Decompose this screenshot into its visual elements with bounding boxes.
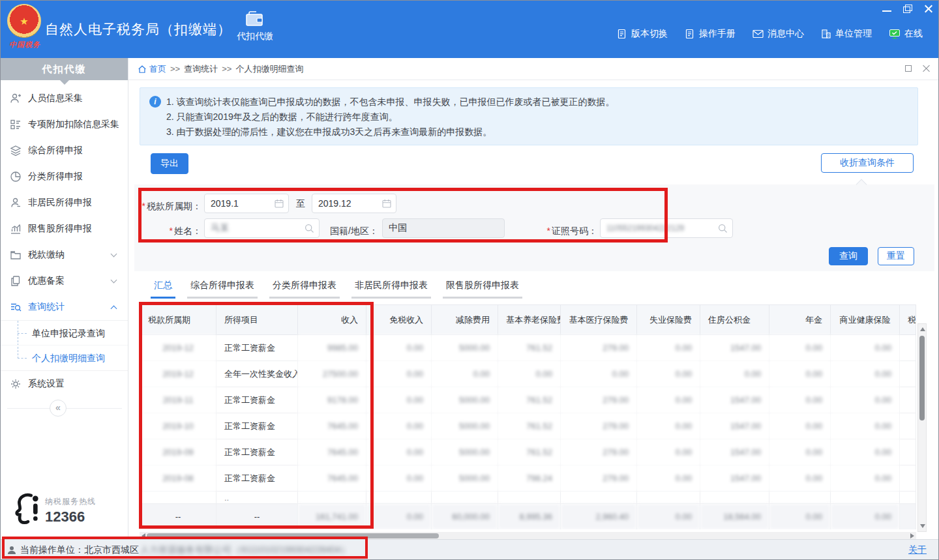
sidebar-subitem-unit-declaration-query[interactable]: 单位申报记录查询 xyxy=(1,321,128,346)
sidebar-item-label: 分类所得申报 xyxy=(28,171,83,183)
brand-text: 中国税务 xyxy=(6,40,44,50)
table-cell: 9178.00 xyxy=(298,387,366,413)
vertical-scrollbar-thumb[interactable] xyxy=(919,336,925,420)
table-cell xyxy=(900,413,916,439)
name-label-text: 姓名： xyxy=(174,226,201,236)
tab-classified-income[interactable]: 分类所得申报表 xyxy=(269,280,340,299)
tab-nonresident-income[interactable]: 非居民所得申报表 xyxy=(351,280,431,299)
table-cell: 0.00 xyxy=(831,465,900,492)
period-from-input[interactable]: 2019.1 xyxy=(204,194,289,213)
name-input[interactable]: 马某 xyxy=(204,218,320,238)
sidebar-item-person-collect[interactable]: 人员信息采集 xyxy=(1,85,128,111)
collapse-query-button[interactable]: 收折查询条件 xyxy=(821,153,914,173)
sidebar-item-system-settings[interactable]: 系统设置 xyxy=(1,371,128,397)
sidebar-collapse-button[interactable]: « xyxy=(50,400,67,417)
table-cell: 0.00 xyxy=(769,387,831,413)
tab-comprehensive-income[interactable]: 综合所得申报表 xyxy=(187,280,258,299)
menu-item-online-status[interactable]: 在线 xyxy=(889,28,923,40)
pane-maximize-icon[interactable] xyxy=(904,65,912,72)
table-cell: 0.00 xyxy=(561,361,637,387)
pane-close-icon[interactable] xyxy=(923,65,931,72)
table-cell xyxy=(700,492,769,504)
period-to-value: 2019.12 xyxy=(318,198,351,209)
table-cell xyxy=(900,387,916,413)
table-cell: 761.52 xyxy=(498,439,561,465)
table-cell: 0.00 xyxy=(498,361,561,387)
sidebar-nav: 人员信息采集 专项附加扣除信息采集 综合所得申报 分类所得申报 xyxy=(1,80,128,397)
table-cell: 7645.00 xyxy=(298,413,366,439)
export-button[interactable]: 导出 xyxy=(151,153,188,174)
sidebar-item-classified-income[interactable]: 分类所得申报 xyxy=(1,164,128,190)
table-cell: 0.00 xyxy=(366,439,432,465)
user-icon xyxy=(7,546,16,555)
horizontal-scrollbar-thumb[interactable] xyxy=(147,533,439,538)
sidebar-item-preferential-filing[interactable]: 优惠备案 xyxy=(1,268,128,294)
column-header: 商业健康保险 xyxy=(831,305,900,335)
id-number-input[interactable]: 110552199304222129 xyxy=(600,218,733,238)
app-title: 自然人电子税务局（扣缴端） xyxy=(45,20,231,38)
table-cell: 761.52 xyxy=(498,413,561,439)
table-cell xyxy=(298,492,366,504)
sidebar-item-restricted-stock[interactable]: 限售股所得申报 xyxy=(1,216,128,242)
notice-box: i 1. 该查询统计表仅能查询已申报成功的数据，不包含未申报、申报失败，已申报但… xyxy=(140,87,918,145)
sidebar-item-nonresident-income[interactable]: 非居民所得申报 xyxy=(1,190,128,216)
sidebar-item-comprehensive-income[interactable]: 综合所得申报 xyxy=(1,138,128,164)
tab-summary[interactable]: 汇总 xyxy=(151,280,175,299)
table-cell: 761.52 xyxy=(498,335,561,361)
sidebar-subitem-label: 单位申报记录查询 xyxy=(32,328,105,338)
hotline-number: 12366 xyxy=(45,508,96,525)
table-cell: 0.00 xyxy=(366,387,432,413)
scroll-down-icon[interactable] xyxy=(920,524,925,528)
table-cell xyxy=(140,492,216,504)
table-row: 2019-11正常工资薪金9178.000.005000.00761.52279… xyxy=(140,387,916,413)
sidebar-item-label: 人员信息采集 xyxy=(28,93,83,104)
period-from-value: 2019.1 xyxy=(211,198,239,209)
scroll-left-icon[interactable] xyxy=(142,533,145,538)
menu-item-org-manage[interactable]: 单位管理 xyxy=(821,28,872,40)
scroll-up-icon[interactable] xyxy=(920,327,925,331)
table-cell: 0.00 xyxy=(831,439,900,465)
scroll-right-icon[interactable] xyxy=(910,533,914,538)
vertical-scrollbar[interactable] xyxy=(917,323,927,532)
table-cell: 0.00 xyxy=(831,504,900,530)
menu-label: 在线 xyxy=(904,28,923,40)
sidebar-item-tax-payment[interactable]: 税款缴纳 xyxy=(1,242,128,268)
menu-item-manual[interactable]: 操作手册 xyxy=(685,28,736,40)
table-cell: 279.00 xyxy=(561,335,637,361)
reset-button[interactable]: 重置 xyxy=(878,247,914,265)
menu-label: 版本切换 xyxy=(631,28,668,40)
sidebar-item-deduction-info[interactable]: 专项附加扣除信息采集 xyxy=(1,111,128,138)
column-header: 收入 xyxy=(298,305,366,335)
period-label: *税款所属期： xyxy=(134,196,201,216)
tab-withholding-module[interactable]: 代扣代缴 xyxy=(228,10,282,42)
menu-item-version-switch[interactable]: 版本切换 xyxy=(617,28,668,40)
table-cell: 0.00 xyxy=(637,413,700,439)
sidebar-subitem-personal-withholding-query[interactable]: 个人扣缴明细查询 xyxy=(1,346,128,370)
breadcrumb-home[interactable]: 首页 xyxy=(138,63,166,75)
table-cell: 0.00 xyxy=(637,439,700,465)
table-cell: 0.00 xyxy=(366,504,432,530)
table-cell: -- xyxy=(140,504,216,530)
tab-restricted-stock[interactable]: 限售股所得申报表 xyxy=(443,280,522,299)
query-button[interactable]: 查询 xyxy=(829,247,868,265)
period-label-text: 税款所属期： xyxy=(147,201,201,211)
current-unit-blurred: 人力资源服务有限公司（91110102199304228404） xyxy=(140,544,350,556)
restore-window-icon[interactable] xyxy=(903,5,912,12)
table-cell: 5000.00 xyxy=(432,413,498,439)
table-cell: 1547.00 xyxy=(700,335,769,361)
sidebar: 代扣代缴 人员信息采集 专项附加扣除信息采集 综合所得申报 xyxy=(1,58,128,539)
about-link[interactable]: 关于 xyxy=(908,544,927,556)
table-cell: 798.24 xyxy=(498,465,561,492)
close-window-icon[interactable] xyxy=(924,5,933,12)
nationality-label: 国籍/地区： xyxy=(322,221,378,241)
info-icon: i xyxy=(149,96,161,108)
notice-line-3: 3. 由于数据处理的滞后性，建议您在申报成功3天之后再来查询最新的申报数据。 xyxy=(166,125,492,140)
table-cell: -- xyxy=(216,504,298,530)
column-header: 所得项目 xyxy=(216,305,298,335)
sidebar-item-query-statistics[interactable]: 查询统计 xyxy=(1,294,128,320)
period-to-input[interactable]: 2019.12 xyxy=(312,194,396,213)
table-cell: 0.00 xyxy=(769,439,831,465)
menu-item-message-center[interactable]: 消息中心 xyxy=(753,28,804,40)
minimize-icon[interactable] xyxy=(882,5,891,12)
nationality-value: 中国 xyxy=(389,222,407,234)
